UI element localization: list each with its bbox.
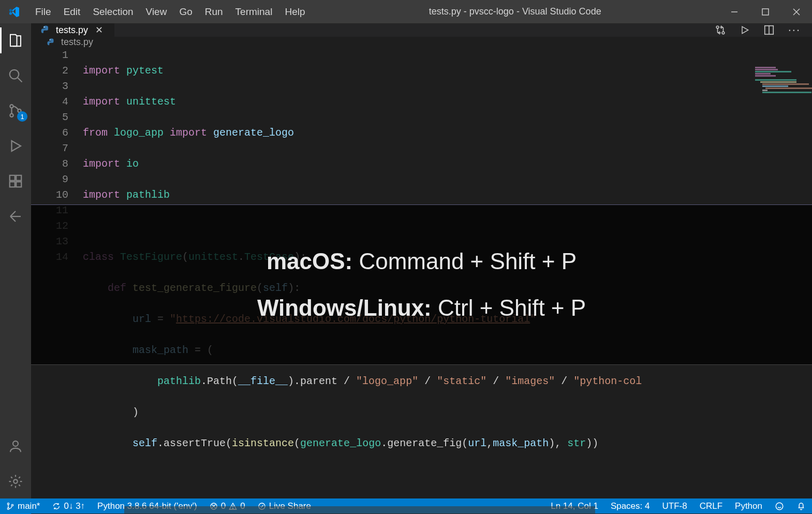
menu-edit[interactable]: Edit — [57, 4, 87, 20]
activity-explorer[interactable] — [6, 31, 25, 50]
main: 1 tests.py ✕ — [0, 23, 812, 498]
svg-point-17 — [716, 26, 719, 28]
svg-rect-11 — [10, 182, 15, 187]
svg-line-5 — [18, 78, 22, 82]
svg-point-16 — [44, 26, 45, 27]
editor-actions: ··· — [715, 23, 812, 37]
svg-marker-19 — [742, 26, 748, 33]
window-title: tests.py - pvscc-logo - Visual Studio Co… — [314, 6, 717, 17]
svg-point-23 — [7, 503, 9, 505]
menu-go[interactable]: Go — [173, 4, 198, 20]
minimap[interactable] — [755, 67, 812, 201]
line-number: 4 — [31, 94, 68, 110]
svg-marker-9 — [12, 141, 21, 151]
scm-badge: 1 — [17, 111, 27, 122]
breadcrumb[interactable]: tests.py — [31, 37, 812, 48]
tab-label: tests.py — [56, 25, 88, 36]
menu-run[interactable]: Run — [199, 4, 229, 20]
svg-rect-10 — [10, 175, 15, 181]
menu-file[interactable]: File — [29, 4, 57, 20]
python-file-icon — [47, 38, 56, 47]
horizontal-scrollbar[interactable] — [124, 506, 595, 513]
svg-point-7 — [10, 114, 13, 117]
svg-rect-1 — [762, 9, 769, 15]
code-editor[interactable]: 1 2 3 4 5 6 7 8 9 10 11 12 13 14 import … — [31, 48, 812, 513]
activity-liveshare[interactable] — [6, 207, 25, 226]
activity-search[interactable] — [6, 66, 25, 85]
activity-bar: 1 — [0, 23, 31, 498]
svg-point-15 — [13, 479, 18, 483]
activity-extensions[interactable] — [6, 171, 25, 191]
line-number: 6 — [31, 125, 68, 141]
menu-view[interactable]: View — [140, 4, 173, 20]
editor-area: tests.py ✕ ··· tests.py 1 2 3 — [31, 23, 812, 498]
svg-point-18 — [722, 32, 725, 34]
more-actions-icon[interactable]: ··· — [788, 23, 801, 37]
menu-bar: File Edit Selection View Go Run Terminal… — [29, 4, 312, 20]
code-content[interactable]: import pytest import unittest from logo_… — [83, 48, 812, 513]
tab-bar: tests.py ✕ ··· — [31, 23, 812, 37]
line-number: 3 — [31, 79, 68, 94]
menu-terminal[interactable]: Terminal — [229, 4, 279, 20]
svg-point-25 — [11, 504, 13, 506]
activity-source-control[interactable]: 1 — [6, 101, 25, 121]
svg-point-6 — [10, 105, 13, 108]
vscode-logo-icon — [6, 6, 22, 18]
menu-help[interactable]: Help — [278, 4, 311, 20]
svg-rect-13 — [16, 175, 21, 181]
python-file-icon — [40, 25, 51, 35]
line-number: 5 — [31, 110, 68, 125]
titlebar: File Edit Selection View Go Run Terminal… — [0, 0, 812, 23]
run-icon[interactable] — [740, 25, 750, 35]
svg-point-4 — [10, 70, 19, 79]
line-gutter: 1 2 3 4 5 6 7 8 9 10 11 12 13 14 — [31, 48, 83, 513]
breadcrumb-file: tests.py — [61, 37, 93, 48]
line-number: 7 — [31, 141, 68, 156]
svg-point-22 — [50, 39, 51, 40]
split-editor-icon[interactable] — [763, 24, 775, 36]
activity-run-debug[interactable] — [6, 136, 25, 156]
line-number: 12 — [31, 218, 68, 234]
svg-point-24 — [7, 508, 9, 509]
window-close-button[interactable] — [781, 0, 812, 23]
activity-accounts[interactable] — [6, 436, 25, 456]
window-controls — [719, 0, 812, 23]
tab-close-button[interactable]: ✕ — [93, 24, 105, 36]
svg-point-14 — [13, 441, 18, 446]
line-number: 2 — [31, 63, 68, 79]
menu-selection[interactable]: Selection — [86, 4, 139, 20]
line-number: 13 — [31, 234, 68, 249]
line-number: 10 — [31, 187, 68, 203]
svg-rect-12 — [16, 182, 21, 187]
window-maximize-button[interactable] — [750, 0, 781, 23]
window-minimize-button[interactable] — [719, 0, 750, 23]
line-number: 8 — [31, 156, 68, 172]
activity-settings[interactable] — [6, 472, 25, 491]
line-number: 9 — [31, 172, 68, 187]
line-number: 11 — [31, 203, 68, 218]
compare-changes-icon[interactable] — [715, 24, 726, 36]
tab-tests-py[interactable]: tests.py ✕ — [31, 23, 115, 37]
line-number: 14 — [31, 249, 68, 265]
line-number: 1 — [31, 48, 68, 63]
